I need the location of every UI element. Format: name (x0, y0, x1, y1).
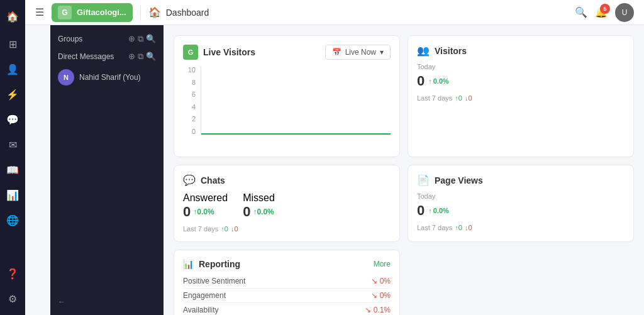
live-visitors-label: Live Visitors (203, 47, 255, 57)
chat-icon[interactable]: 💬 (3, 109, 23, 130)
sidebar-bottom: ← (50, 294, 164, 310)
visitors-trend: ↑ 0.0% (428, 77, 449, 85)
missed-col: Missed 0 ↑0.0% (243, 192, 275, 220)
help-icon[interactable]: ❓ (3, 263, 23, 284)
visitors-title: Visitors (435, 46, 467, 56)
answered-value: 0 ↑0.0% (183, 204, 228, 220)
visitors-today-label: Today (417, 63, 625, 70)
live-card-header: G Live Visitors 📅 Live Now ▾ (183, 45, 391, 60)
back-icon: ← (58, 297, 65, 306)
v-last7-down: ↓0 (465, 94, 472, 102)
more-link[interactable]: More (374, 260, 391, 268)
live-chart: 10 8 6 4 2 0 (183, 66, 391, 148)
live-title: G Live Visitors (183, 45, 255, 60)
chart-data-line (201, 133, 391, 135)
header-divider (140, 5, 141, 20)
pv-trend: ↑ 0.0% (428, 207, 449, 214)
groups-section: Groups ⊕ ⧉ 🔍 (50, 30, 164, 48)
filter-icon[interactable]: ⚡ (3, 84, 23, 104)
pageviews-title: Page Views (435, 175, 483, 185)
search-group-icon[interactable]: 🔍 (146, 34, 156, 44)
trend-up-icon: ↑ (428, 77, 432, 85)
reporting-row-val-0: ↘0% (371, 277, 391, 285)
reporting-row-1: Engagement ↘0% (183, 289, 391, 303)
search-button[interactable]: 🔍 (575, 6, 587, 18)
missed-trend: ↑0.0% (253, 207, 274, 216)
reporting-row-val-2: ↘0.1% (365, 306, 391, 314)
settings-icon[interactable]: ⚙ (3, 289, 23, 309)
home-icon[interactable]: 🏠 (3, 6, 23, 26)
missed-value: 0 ↑0.0% (243, 204, 275, 220)
back-button[interactable]: ← (50, 294, 164, 310)
page-title-area: 🏠 Dashboard (148, 6, 209, 18)
copy-group-icon[interactable]: ⧉ (138, 34, 143, 44)
dropdown-icon: ▾ (380, 48, 384, 57)
v-last7-up: ↑0 (455, 94, 462, 102)
main-wrap: Groups ⊕ ⧉ 🔍 Direct Messages ⊕ ⧉ 🔍 N Nah… (50, 25, 644, 315)
avatar[interactable]: U (615, 3, 634, 22)
chats-values: Answered 0 ↑0.0% Missed 0 ↑0.0% (183, 192, 391, 220)
page-title: Dashboard (166, 8, 209, 18)
pageviews-card: 📄 Page Views Today 0 ↑ 0.0% Last 7 days … (408, 165, 634, 242)
icon-sidebar: 🏠 ⊞ 👤 ⚡ 💬 ✉ 📖 📊 🌐 ❓ ⚙ (0, 0, 25, 315)
groups-icons: ⊕ ⧉ 🔍 (128, 34, 156, 44)
nav-sidebar: Groups ⊕ ⧉ 🔍 Direct Messages ⊕ ⧉ 🔍 N Nah… (50, 25, 164, 315)
dm-section: Direct Messages ⊕ ⧉ 🔍 (50, 48, 164, 65)
reporting-row-val-1: ↘0% (371, 291, 391, 300)
visitors-value: 0 ↑ 0.0% (417, 73, 625, 89)
chart-plot (201, 66, 391, 135)
dm-label: Direct Messages (58, 52, 114, 61)
hamburger-button[interactable]: ☰ (35, 6, 44, 18)
c-last7-up: ↑0 (221, 225, 228, 233)
users-icon[interactable]: 👤 (3, 59, 23, 79)
layers-icon[interactable]: ⊞ (3, 34, 23, 54)
y-6: 6 (183, 91, 196, 98)
answered-col: Answered 0 ↑0.0% (183, 192, 228, 220)
book-icon[interactable]: 📖 (3, 160, 23, 180)
reporting-header: 📊 Reporting More (183, 259, 391, 269)
visitors-header: 👥 Visitors (417, 45, 625, 57)
y-2: 2 (183, 115, 196, 123)
reporting-icon: 📊 (183, 259, 194, 269)
chats-icon: 💬 (183, 174, 196, 186)
y-10: 10 (183, 66, 196, 74)
brand-selector[interactable]: G Giftacologi... (52, 3, 133, 22)
missed-label: Missed (243, 192, 275, 203)
reporting-card: 📊 Reporting More Positive Sentiment ↘0% … (174, 250, 400, 315)
notifications-button[interactable]: 🔔 5 (595, 6, 608, 18)
visitors-footer: Last 7 days ↑0 ↓0 (417, 94, 625, 102)
calendar-icon: 📅 (332, 48, 341, 57)
user-avatar: N (58, 69, 74, 86)
answered-label: Answered (183, 192, 228, 203)
groups-label: Groups (58, 35, 82, 43)
pv-last7-down: ↓0 (465, 224, 472, 231)
live-brand-letter: G (183, 45, 198, 60)
reporting-title-group: 📊 Reporting (183, 259, 240, 269)
search-dm-icon[interactable]: 🔍 (146, 52, 156, 62)
brand-letter: G (58, 6, 72, 19)
reporting-row-label-1: Engagement (183, 291, 226, 300)
dashboard-grid: G Live Visitors 📅 Live Now ▾ 10 8 6 4 (174, 35, 634, 315)
live-now-label: Live Now (345, 48, 376, 57)
pageviews-icon: 📄 (417, 174, 430, 186)
add-dm-icon[interactable]: ⊕ (128, 52, 135, 62)
inbox-icon[interactable]: ✉ (3, 135, 23, 155)
notification-badge: 5 (600, 4, 610, 14)
header-actions: 🔍 🔔 5 U (575, 3, 634, 22)
current-user[interactable]: N Nahid Sharif (You) (50, 65, 164, 89)
pv-trend-icon: ↑ (428, 207, 432, 214)
live-now-button[interactable]: 📅 Live Now ▾ (325, 45, 391, 60)
pv-value: 0 ↑ 0.0% (417, 202, 625, 219)
bar-chart-icon[interactable]: 📊 (3, 185, 23, 205)
chats-title: Chats (201, 175, 225, 185)
copy-dm-icon[interactable]: ⧉ (138, 52, 143, 62)
y-4: 4 (183, 103, 196, 111)
visitors-card: 👥 Visitors Today 0 ↑ 0.0% Last 7 days ↑0… (408, 35, 634, 157)
reporting-row-0: Positive Sentiment ↘0% (183, 274, 391, 289)
add-group-icon[interactable]: ⊕ (128, 34, 135, 44)
y-0: 0 (183, 128, 196, 135)
globe-icon[interactable]: 🌐 (3, 210, 23, 230)
live-visitors-card: G Live Visitors 📅 Live Now ▾ 10 8 6 4 (174, 35, 400, 157)
main-content: G Live Visitors 📅 Live Now ▾ 10 8 6 4 (164, 25, 644, 315)
y-8: 8 (183, 79, 196, 86)
